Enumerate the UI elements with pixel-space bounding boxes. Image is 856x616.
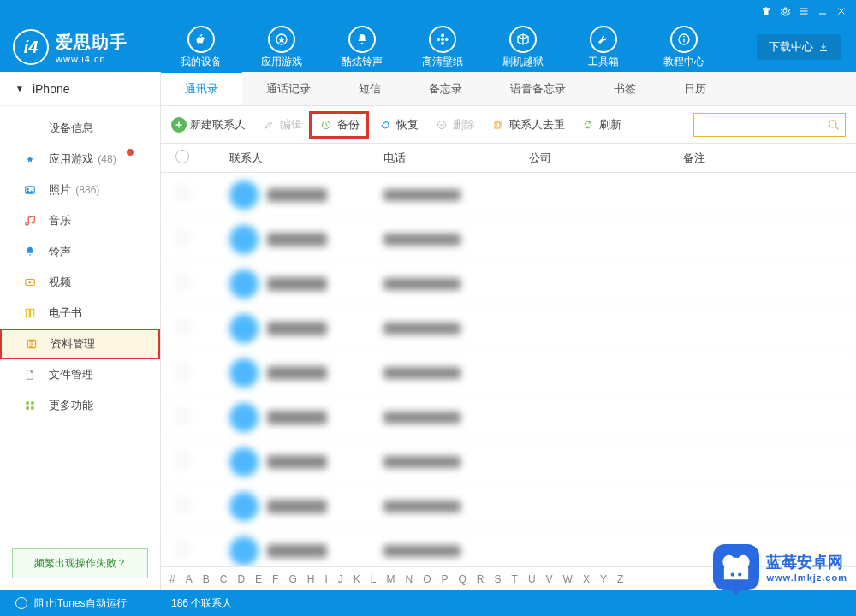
svg-point-2: [441, 33, 444, 37]
alpha-J[interactable]: J: [338, 573, 343, 585]
alpha-M[interactable]: M: [386, 573, 395, 585]
logo-icon: i4: [13, 29, 49, 65]
refresh-button[interactable]: 刷新: [580, 117, 621, 133]
delete-button[interactable]: 删除: [434, 117, 475, 133]
tab-2[interactable]: 短信: [335, 72, 405, 105]
alpha-Q[interactable]: Q: [459, 573, 467, 585]
restore-button[interactable]: 恢复: [377, 117, 419, 133]
top-nav-box[interactable]: 刷机越狱: [483, 26, 563, 69]
alpha-G[interactable]: G: [288, 573, 296, 585]
device-selector[interactable]: ▼ iPhone: [0, 72, 160, 106]
alpha-F[interactable]: F: [272, 573, 278, 585]
alpha-E[interactable]: E: [255, 573, 262, 585]
tab-6[interactable]: 日历: [660, 72, 730, 105]
edit-button[interactable]: 编辑: [261, 117, 302, 133]
alpha-V[interactable]: V: [546, 573, 553, 585]
alpha-A[interactable]: A: [186, 573, 193, 585]
alpha-B[interactable]: B: [203, 573, 210, 585]
tab-3[interactable]: 备忘录: [405, 72, 486, 105]
app-icon: [268, 26, 295, 53]
avatar: [229, 403, 259, 432]
col-note[interactable]: 备注: [683, 151, 856, 166]
sidebar-item-book[interactable]: 电子书: [0, 298, 160, 329]
alpha-Z[interactable]: Z: [617, 573, 623, 585]
help-link[interactable]: 频繁出现操作失败？: [12, 548, 148, 578]
table-row[interactable]: [161, 217, 856, 262]
settings-icon[interactable]: [776, 2, 794, 21]
menu-icon[interactable]: [794, 2, 813, 21]
watermark-url: www.lmkjz.com: [766, 572, 847, 583]
alpha-X[interactable]: X: [583, 573, 590, 585]
alpha-Y[interactable]: Y: [600, 573, 607, 585]
skin-icon[interactable]: [757, 2, 776, 21]
dedup-button[interactable]: 联系人去重: [490, 117, 565, 133]
alpha-W[interactable]: W: [563, 573, 573, 585]
col-phone[interactable]: 电话: [383, 151, 529, 166]
table-row[interactable]: [161, 173, 856, 217]
alpha-R[interactable]: R: [477, 573, 484, 585]
top-nav-flower[interactable]: 高清壁纸: [402, 26, 483, 69]
sidebar-item-video[interactable]: 视频: [0, 267, 160, 298]
table-row[interactable]: [161, 262, 856, 306]
table-row[interactable]: [161, 484, 856, 529]
sidebar-item-app[interactable]: 应用游戏 (48): [0, 144, 160, 175]
tab-0[interactable]: 通讯录: [161, 72, 242, 105]
svg-rect-13: [26, 401, 28, 405]
alpha-P[interactable]: P: [442, 573, 449, 585]
alpha-H[interactable]: H: [307, 573, 315, 585]
top-nav-bell[interactable]: 酷炫铃声: [322, 26, 402, 69]
alpha-D[interactable]: D: [237, 573, 245, 585]
alpha-K[interactable]: K: [354, 573, 360, 585]
sidebar-item-info[interactable]: 设备信息: [0, 113, 160, 144]
alpha-N[interactable]: N: [405, 573, 413, 585]
search-icon[interactable]: [828, 118, 840, 132]
top-nav-info[interactable]: 教程中心: [644, 26, 724, 69]
top-nav-app[interactable]: 应用游戏: [241, 26, 322, 69]
sidebar-item-file[interactable]: 文件管理: [0, 359, 160, 390]
sidebar-item-data[interactable]: 资料管理: [0, 329, 160, 359]
col-name[interactable]: 联系人: [204, 151, 383, 166]
new-contact-button[interactable]: 新建联系人: [171, 117, 246, 133]
block-itunes-toggle[interactable]: 阻止iTunes自动运行: [0, 596, 161, 611]
backup-button[interactable]: 备份: [318, 117, 360, 133]
avatar: [229, 358, 259, 388]
app-url: www.i4.cn: [56, 54, 128, 64]
alpha-L[interactable]: L: [371, 573, 377, 585]
search-input[interactable]: [699, 119, 828, 131]
alpha-O[interactable]: O: [423, 573, 431, 585]
sidebar-item-photo[interactable]: 照片 (886): [0, 175, 160, 205]
sidebar-item-more[interactable]: 更多功能: [0, 390, 160, 421]
select-all-checkbox[interactable]: [161, 150, 204, 166]
bell-icon: [348, 26, 376, 53]
data-icon: [23, 335, 40, 352]
svg-point-3: [441, 41, 444, 44]
tab-4[interactable]: 语音备忘录: [486, 72, 590, 105]
download-center-button[interactable]: 下载中心: [757, 34, 841, 60]
top-nav-wrench[interactable]: 工具箱: [563, 26, 644, 69]
alpha-#[interactable]: #: [169, 573, 175, 585]
logo[interactable]: i4 爱思助手 www.i4.cn: [0, 29, 161, 65]
file-icon: [21, 366, 39, 383]
toolbar: 新建联系人 编辑 备份 恢复 删除 联系人去重 刷新: [161, 106, 856, 144]
table-row[interactable]: [161, 395, 856, 440]
wrench-icon: [590, 26, 617, 53]
close-icon[interactable]: [832, 2, 851, 21]
tab-5[interactable]: 书签: [590, 72, 660, 105]
sidebar-item-bell[interactable]: 铃声: [0, 236, 160, 267]
alpha-C[interactable]: C: [220, 573, 228, 585]
sidebar-item-music[interactable]: 音乐: [0, 205, 160, 236]
box-icon: [509, 26, 537, 53]
alpha-I[interactable]: I: [324, 573, 327, 585]
top-nav-apple[interactable]: 我的设备: [161, 26, 241, 69]
alpha-S[interactable]: S: [495, 573, 502, 585]
tab-1[interactable]: 通话记录: [242, 72, 335, 105]
table-row[interactable]: [161, 306, 856, 351]
avatar: [229, 314, 259, 343]
table-row[interactable]: [161, 351, 856, 395]
minimize-icon[interactable]: [813, 2, 832, 21]
col-company[interactable]: 公司: [529, 151, 683, 166]
alpha-T[interactable]: T: [512, 573, 518, 585]
alpha-U[interactable]: U: [528, 573, 536, 585]
contacts-count: 186 个联系人: [161, 596, 232, 611]
table-row[interactable]: [161, 440, 856, 484]
